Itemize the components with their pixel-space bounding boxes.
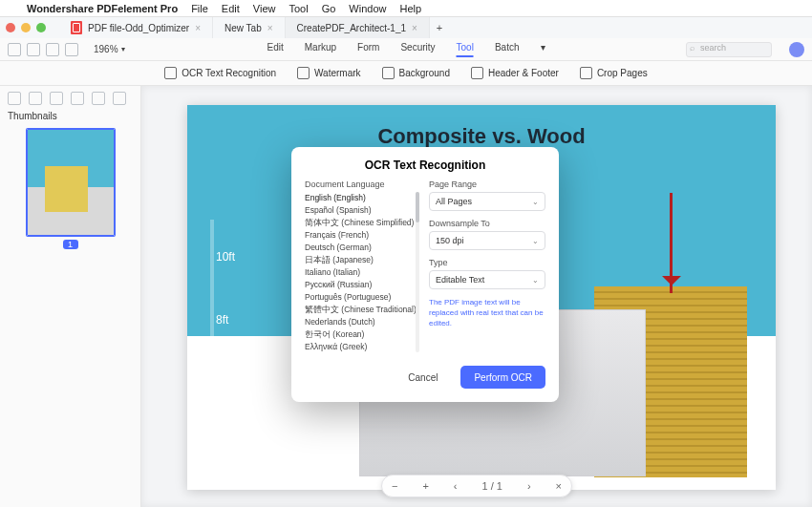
- menu-file[interactable]: File: [191, 3, 208, 14]
- thumb-panel-icon[interactable]: [8, 43, 21, 56]
- doc-headline: Composite vs. Wood: [276, 124, 687, 149]
- page-controls: − + ‹ 1 / 1 › ×: [381, 475, 572, 497]
- menu-help[interactable]: Help: [399, 3, 421, 14]
- lang-option[interactable]: Español (Spanish): [305, 204, 414, 217]
- ocr-button[interactable]: OCR Text Recognition: [164, 67, 276, 79]
- zoom-value: 196%: [94, 44, 118, 54]
- dialog-title: OCR Text Recognition: [305, 158, 545, 172]
- tab-0[interactable]: PDF file-Odd_Optimizer ×: [59, 17, 213, 38]
- tab-1[interactable]: New Tab ×: [213, 17, 286, 38]
- search-panel-icon[interactable]: [92, 92, 105, 105]
- close-icon[interactable]: ×: [267, 23, 273, 33]
- lang-option[interactable]: Ελληνικά (Greek): [305, 341, 414, 352]
- menu-edit[interactable]: Edit: [222, 3, 240, 14]
- page-range-label: Page Range: [429, 180, 545, 189]
- scrollbar[interactable]: [416, 192, 419, 352]
- page-range-select[interactable]: All Pages ⌄: [429, 192, 545, 211]
- mode-tool[interactable]: Tool: [457, 42, 474, 57]
- mode-markup[interactable]: Markup: [305, 42, 336, 57]
- next-page-button[interactable]: ›: [527, 480, 531, 492]
- annotations-icon[interactable]: [71, 92, 84, 105]
- close-icon[interactable]: ×: [195, 23, 201, 33]
- lang-option[interactable]: 繁體中文 (Chinese Traditional): [305, 304, 414, 316]
- lang-option[interactable]: Nederlands (Dutch): [305, 316, 414, 328]
- sidebar-title: Thumbnails: [8, 111, 133, 121]
- chevron-down-icon[interactable]: ▾: [541, 42, 545, 57]
- mode-batch[interactable]: Batch: [495, 42, 520, 57]
- ocr-dialog: OCR Text Recognition Document Language E…: [291, 147, 559, 402]
- mode-tabs: Edit Markup Form Security Tool Batch ▾: [267, 42, 545, 57]
- menu-go[interactable]: Go: [322, 3, 336, 14]
- lang-option[interactable]: 简体中文 (Chinese Simplified): [305, 217, 414, 229]
- pdf-icon: [71, 21, 82, 34]
- lang-option[interactable]: Français (French): [305, 229, 414, 242]
- chevron-down-icon: ▾: [121, 45, 125, 53]
- watermark-button[interactable]: Watermark: [297, 67, 361, 79]
- lang-option[interactable]: Italiano (Italian): [305, 266, 414, 279]
- search-input[interactable]: search: [686, 42, 772, 57]
- user-avatar[interactable]: [789, 42, 804, 57]
- zoom-dropdown[interactable]: 196% ▾: [94, 44, 125, 54]
- downsample-label: Downsample To: [429, 219, 545, 228]
- background-label: Background: [399, 68, 450, 78]
- menu-window[interactable]: Window: [349, 3, 386, 14]
- downsample-select[interactable]: 150 dpi ⌄: [429, 231, 545, 250]
- header-footer-icon: [471, 67, 483, 79]
- close-icon[interactable]: ×: [412, 23, 417, 33]
- app-name[interactable]: Wondershare PDFelement Pro: [27, 3, 178, 14]
- chevron-down-icon: ⌄: [532, 237, 539, 245]
- lang-option[interactable]: 日本語 (Japanese): [305, 254, 414, 266]
- zoom-out-button[interactable]: −: [392, 480, 397, 492]
- close-pager-button[interactable]: ×: [556, 480, 562, 492]
- page-indicator: 1 / 1: [482, 480, 502, 492]
- single-page-icon[interactable]: [46, 43, 59, 56]
- continuous-icon[interactable]: [65, 43, 78, 56]
- mac-menubar: Wondershare PDFelement Pro File Edit Vie…: [0, 0, 812, 17]
- type-select[interactable]: Editable Text ⌄: [429, 270, 545, 289]
- lang-option[interactable]: Русский (Russian): [305, 279, 414, 291]
- downsample-value: 150 dpi: [436, 236, 464, 245]
- page-range-value: All Pages: [436, 197, 472, 206]
- ruler-10ft: 10ft: [216, 250, 235, 264]
- chevron-down-icon: ⌄: [532, 198, 539, 206]
- crop-button[interactable]: Crop Pages: [580, 67, 648, 79]
- crop-icon: [580, 67, 592, 79]
- type-hint-text: The PDF image text will be replaced with…: [429, 297, 545, 328]
- ocr-icon: [164, 67, 177, 79]
- mode-security[interactable]: Security: [400, 42, 435, 57]
- grid-view-icon[interactable]: [27, 43, 40, 56]
- lang-option[interactable]: English (English): [305, 192, 414, 204]
- lang-option[interactable]: 한국어 (Korean): [305, 328, 414, 341]
- header-footer-button[interactable]: Header & Footer: [471, 67, 559, 79]
- new-tab-button[interactable]: +: [430, 22, 449, 33]
- attachments-icon[interactable]: [50, 92, 63, 105]
- settings-icon[interactable]: [113, 92, 126, 105]
- bookmarks-icon[interactable]: [29, 92, 42, 105]
- type-value: Editable Text: [436, 275, 484, 285]
- header-footer-label: Header & Footer: [488, 68, 559, 78]
- watermark-label: Watermark: [314, 68, 361, 78]
- tab-2[interactable]: CreatePDF_Architect-1_1 ×: [286, 17, 430, 38]
- tool-ribbon: OCR Text Recognition Watermark Backgroun…: [0, 61, 812, 86]
- cancel-button[interactable]: Cancel: [395, 366, 451, 389]
- tab-0-label: PDF file-Odd_Optimizer: [88, 23, 189, 33]
- zoom-in-button[interactable]: +: [422, 480, 428, 492]
- document-language-label: Document Language: [305, 180, 419, 189]
- tab-2-label: CreatePDF_Architect-1_1: [297, 23, 407, 33]
- language-list[interactable]: English (English) Español (Spanish) 简体中文…: [305, 192, 419, 352]
- mode-form[interactable]: Form: [357, 42, 379, 57]
- perform-ocr-button[interactable]: Perform OCR: [460, 366, 545, 389]
- ruler-7ft: 7ft: [216, 403, 228, 416]
- menu-view[interactable]: View: [253, 3, 276, 14]
- prev-page-button[interactable]: ‹: [454, 480, 458, 492]
- ruler-8ft: 8ft: [216, 313, 228, 327]
- lang-option[interactable]: Português (Portuguese): [305, 291, 414, 304]
- thumbnails-icon[interactable]: [8, 92, 21, 105]
- mode-edit[interactable]: Edit: [267, 42, 284, 57]
- traffic-lights[interactable]: [6, 23, 46, 32]
- menu-tool[interactable]: Tool: [288, 3, 308, 14]
- lang-option[interactable]: Deutsch (German): [305, 242, 414, 254]
- thumbnail-number: 1: [63, 240, 78, 249]
- page-thumbnail-1[interactable]: 1: [27, 129, 115, 249]
- background-button[interactable]: Background: [382, 67, 450, 79]
